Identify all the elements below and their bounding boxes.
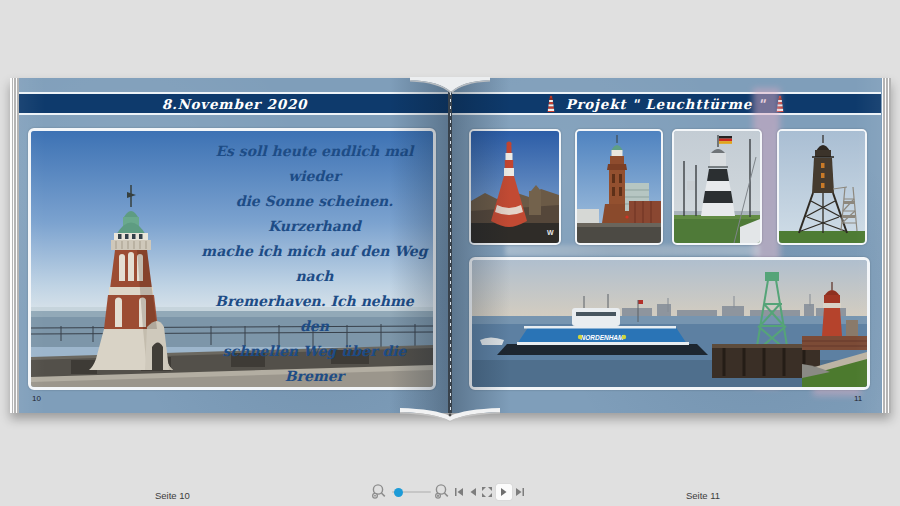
caption-line: Es soll heute endlich mal wieder: [200, 139, 429, 189]
caption-line: die Sonne scheinen. Kurzerhand: [200, 189, 429, 239]
page-label-right: Seite 11: [686, 490, 720, 501]
left-header-text: 8.November 2020: [162, 96, 308, 112]
book-spine: [448, 78, 452, 413]
right-header-band[interactable]: Projekt " Leuchttürme ": [450, 92, 881, 115]
zoom-in-icon: [434, 483, 451, 500]
zoom-slider-handle[interactable]: [394, 488, 403, 497]
german-flag: [719, 136, 732, 144]
page-stack-right-edge: [882, 78, 891, 413]
fit-view-button[interactable]: [480, 485, 494, 499]
caption-text-block[interactable]: Es soll heute endlich mal wieder die Son…: [200, 139, 429, 390]
caption-line: mache ich mich auf den Weg nach: [200, 239, 429, 289]
previous-page-button[interactable]: [467, 486, 479, 498]
caption-line: schnellen Weg über die Bremer: [200, 339, 429, 389]
lighthouse-icon: [775, 95, 785, 112]
first-page-button[interactable]: [453, 486, 465, 498]
next-page-button[interactable]: [496, 484, 512, 500]
photo-pingelturm-lighthouse[interactable]: Es soll heute endlich mal wieder die Son…: [28, 128, 436, 390]
page-number-left: 10: [32, 394, 41, 403]
photobook-spread: 8.November 2020: [10, 78, 891, 413]
faded-background-detail: [505, 245, 760, 256]
page-number-right: 11: [854, 394, 862, 403]
caption-line: Autobahn.: [200, 389, 429, 390]
last-page-icon: [515, 487, 525, 497]
zoom-in-button[interactable]: [434, 483, 451, 500]
photo-lattice-frame-lighthouse[interactable]: [777, 129, 867, 245]
photo-red-white-lighthouse[interactable]: W: [469, 129, 561, 245]
ferry-name-text: NORDENHAM: [581, 334, 625, 341]
page-label-left: Seite 10: [155, 490, 190, 501]
zoom-slider-track[interactable]: [392, 491, 431, 493]
photo-black-white-striped-lighthouse[interactable]: [672, 129, 762, 245]
right-header-text: Projekt " Leuchttürme ": [565, 96, 765, 112]
page-right[interactable]: Projekt " Leuchttürme ": [450, 78, 881, 413]
zoom-out-button[interactable]: [371, 483, 388, 500]
caption-line: Bremerhaven. Ich nehme den: [200, 289, 429, 339]
photo-sign-letter: W: [547, 229, 554, 236]
first-page-icon: [454, 487, 464, 497]
page-stack-left-edge: [10, 78, 19, 413]
left-header-band[interactable]: 8.November 2020: [19, 92, 450, 115]
fit-view-icon: [481, 486, 493, 498]
last-page-button[interactable]: [514, 486, 526, 498]
photo-brick-lighthouse-tower[interactable]: [575, 129, 663, 245]
next-page-icon: [500, 487, 508, 497]
previous-page-icon: [469, 487, 477, 497]
photo-harbor-ferry-panorama[interactable]: NORDENHAM: [469, 257, 870, 390]
zoom-out-icon: [371, 483, 388, 500]
page-left[interactable]: 8.November 2020: [19, 78, 450, 413]
app-window: 8.November 2020: [0, 0, 900, 506]
lighthouse-icon: [546, 95, 556, 112]
